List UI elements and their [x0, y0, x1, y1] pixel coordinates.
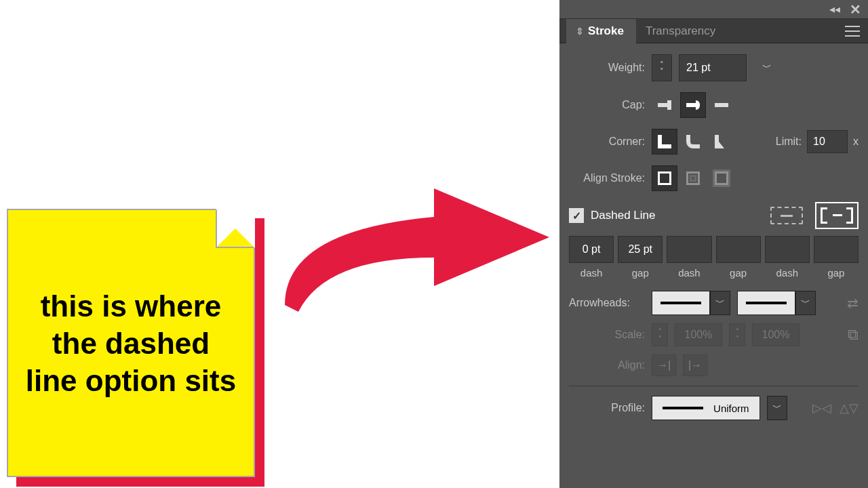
arrowhead-align-row: Align: →| |→ — [569, 354, 859, 376]
arrowhead-end-dropdown[interactable]: ﹀ — [795, 291, 816, 315]
gap-label-3: gap — [827, 267, 844, 279]
weight-row: Weight: ˄ ˅ 21 pt ﹀ — [569, 54, 859, 81]
corner-miter-icon — [658, 135, 671, 148]
cap-button-group — [652, 92, 734, 118]
arrowhead-start-swatch[interactable] — [652, 291, 710, 315]
panel-menu-icon[interactable] — [845, 26, 860, 37]
scale-start-input: 100% — [675, 323, 722, 346]
chevron-down-icon: ﹀ — [762, 62, 772, 74]
dash-label-3: dash — [776, 267, 799, 279]
tab-transparency[interactable]: Transparency — [636, 19, 728, 43]
corner-round-icon — [686, 135, 700, 148]
dashed-line-row: ✓ Dashed Line — [569, 202, 859, 229]
dash-align-corners-button[interactable] — [815, 202, 859, 229]
profile-swatch[interactable]: Uniform — [652, 396, 760, 420]
align-stroke-label: Align Stroke: — [569, 172, 645, 184]
link-scale-icon: ⧉ — [848, 326, 859, 344]
corner-bevel-icon — [715, 135, 728, 148]
cap-round-icon — [686, 100, 700, 110]
dashed-line-label: Dashed Line — [591, 209, 655, 222]
tab-transparency-label: Transparency — [646, 24, 715, 38]
profile-line-icon — [663, 407, 703, 409]
dash-input-2[interactable] — [667, 236, 711, 263]
note-body: this is where the dashed line option sit… — [7, 209, 255, 477]
gap-input-3[interactable] — [814, 236, 859, 263]
align-stroke-outside-button — [709, 165, 734, 191]
panel-tabs: ⇕ Stroke Transparency — [559, 19, 868, 43]
dash-align-icon — [821, 207, 853, 224]
panel-titlebar: ◂◂ ✕ — [559, 0, 868, 19]
collapse-panel-icon[interactable]: ◂◂ — [829, 3, 840, 16]
annotation-sticky-note: this is where the dashed line option sit… — [7, 209, 255, 477]
align-ah-extend-button: →| — [652, 354, 676, 376]
note-fold-corner — [216, 209, 255, 248]
limit-group: Limit: 10 x — [776, 130, 859, 153]
note-text: this is where the dashed line option sit… — [24, 287, 237, 399]
cap-projecting-button[interactable] — [709, 92, 734, 118]
cap-butt-icon — [658, 100, 671, 110]
corner-miter-button[interactable] — [652, 129, 677, 155]
align-stroke-inside-button — [680, 165, 706, 191]
arrowhead-start-dropdown[interactable]: ﹀ — [710, 291, 730, 315]
arrowheads-label: Arrowheads: — [569, 297, 645, 309]
scale-end-input: 100% — [752, 323, 800, 346]
limit-input[interactable]: 10 — [807, 130, 848, 153]
arrowhead-scale-row: Scale: ˄˅ 100% ˄˅ 100% ⧉ — [569, 323, 859, 346]
swap-arrowheads-icon: ⇄ — [847, 295, 859, 311]
weight-dropdown[interactable]: ﹀ — [753, 54, 781, 81]
cap-round-button[interactable] — [680, 92, 706, 118]
scale-label: Scale: — [569, 329, 645, 341]
check-icon: ✓ — [572, 209, 581, 222]
scale-end-stepper: ˄˅ — [729, 323, 745, 346]
chevron-down-icon: ﹀ — [715, 297, 725, 309]
align-stroke-center-button[interactable] — [652, 165, 677, 191]
corner-round-button[interactable] — [680, 129, 706, 155]
flip-horizontal-icon: ▷◁ — [812, 401, 831, 415]
dash-input-1[interactable]: 0 pt — [569, 236, 614, 263]
align-inside-icon — [686, 171, 700, 185]
close-panel-icon[interactable]: ✕ — [850, 1, 861, 18]
chevron-down-icon: ﹀ — [772, 402, 782, 414]
arrowhead-start-control: ﹀ — [652, 291, 730, 315]
profile-row: Profile: Uniform ﹀ ▷◁ △▽ — [569, 396, 859, 420]
divider — [569, 386, 859, 386]
scale-start-stepper: ˄˅ — [652, 323, 668, 346]
dash-gap-inputs: 0 ptdash 25 ptgap dash gap dash gap — [569, 236, 859, 279]
gap-input-1[interactable]: 25 pt — [618, 236, 663, 263]
cap-label: Cap: — [569, 99, 645, 111]
dashed-line-checkbox[interactable]: ✓ — [569, 208, 584, 223]
align-center-icon — [658, 171, 671, 185]
profile-label: Profile: — [569, 402, 645, 414]
align-outside-icon — [715, 171, 728, 185]
stroke-panel: ◂◂ ✕ ⇕ Stroke Transparency Weight: ˄ ˅ 2… — [559, 0, 868, 488]
dash-label-2: dash — [678, 267, 701, 279]
panel-body: Weight: ˄ ˅ 21 pt ﹀ Cap: — [559, 43, 868, 424]
weight-label: Weight: — [569, 62, 645, 74]
tab-stroke[interactable]: ⇕ Stroke — [566, 19, 636, 43]
weight-stepper[interactable]: ˄ ˅ — [652, 54, 672, 81]
gap-label-2: gap — [730, 267, 747, 279]
flip-vertical-icon: △▽ — [840, 401, 859, 415]
corner-bevel-button[interactable] — [709, 129, 734, 155]
corner-row: Corner: Limit: 10 x — [569, 129, 859, 155]
limit-unit: x — [853, 136, 859, 148]
corner-label: Corner: — [569, 136, 645, 148]
arrowhead-align-label: Align: — [569, 359, 645, 371]
corner-button-group — [652, 129, 734, 155]
cap-row: Cap: — [569, 92, 859, 118]
tab-stroke-label: Stroke — [588, 24, 624, 38]
limit-label: Limit: — [776, 136, 802, 148]
cap-butt-button[interactable] — [652, 92, 677, 118]
dash-input-3[interactable] — [765, 236, 810, 263]
weight-input[interactable]: 21 pt — [679, 54, 747, 81]
weight-value: 21 pt — [686, 62, 711, 74]
align-ah-tip-button: |→ — [683, 354, 707, 376]
align-stroke-group — [652, 165, 734, 191]
arrowhead-end-swatch[interactable] — [737, 291, 795, 315]
align-stroke-row: Align Stroke: — [569, 165, 859, 191]
arrowhead-end-control: ﹀ — [737, 291, 816, 315]
gap-input-2[interactable] — [716, 236, 761, 263]
dash-preserve-exact-button[interactable] — [765, 202, 808, 229]
profile-dropdown[interactable]: ﹀ — [767, 396, 787, 420]
gap-label-1: gap — [632, 267, 649, 279]
